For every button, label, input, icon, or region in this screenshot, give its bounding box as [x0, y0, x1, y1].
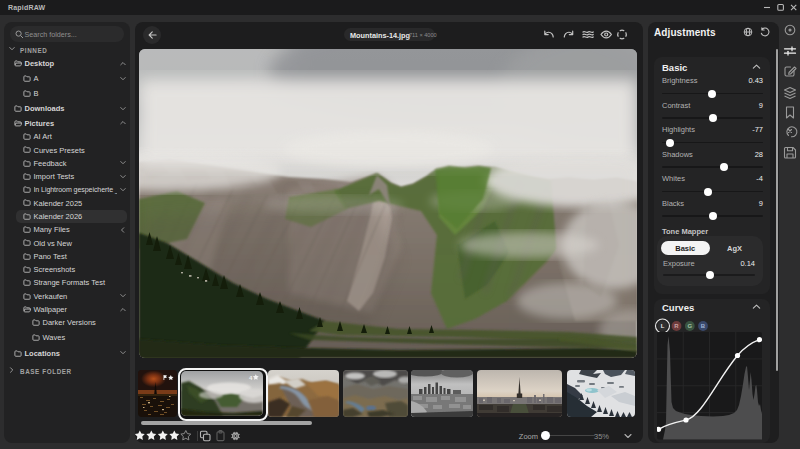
svg-text:G: G	[687, 323, 692, 329]
svg-text:B: B	[701, 323, 706, 329]
svg-text:L: L	[661, 323, 665, 329]
svg-text:R: R	[674, 323, 679, 329]
